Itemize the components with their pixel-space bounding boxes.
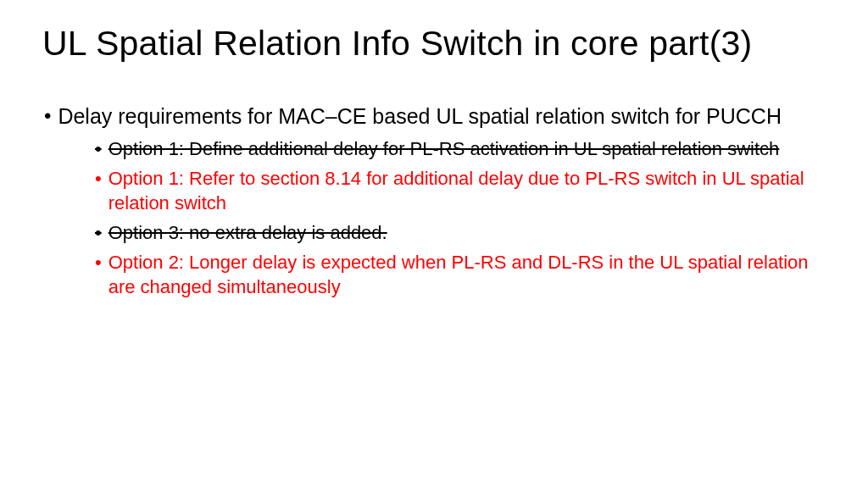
bullet-dot-icon: •	[95, 136, 102, 161]
sub-bullet-item: • Option 3: no extra delay is added.	[95, 220, 826, 245]
bullet-dot-icon: •	[95, 220, 102, 245]
sub-bullet-item: • Option 2: Longer delay is expected whe…	[95, 250, 826, 299]
sub-bullet-text: Option 2: Longer delay is expected when …	[108, 250, 826, 299]
sub-bullet-list: • Option 1: Define additional delay for …	[42, 136, 826, 299]
sub-bullet-text: Option 3: no extra delay is added.	[108, 220, 387, 245]
bullet-dot-icon: •	[44, 103, 51, 130]
sub-bullet-text: Option 1: Refer to section 8.14 for addi…	[108, 166, 826, 215]
sub-bullet-text: Option 1: Define additional delay for PL…	[108, 136, 780, 161]
slide-title: UL Spatial Relation Info Switch in core …	[42, 24, 826, 64]
sub-bullet-item: • Option 1: Refer to section 8.14 for ad…	[95, 166, 826, 215]
bullet-dot-icon: •	[95, 166, 102, 215]
main-bullet: • Delay requirements for MAC–CE based UL…	[42, 103, 826, 130]
bullet-dot-icon: •	[95, 250, 102, 299]
main-bullet-text: Delay requirements for MAC–CE based UL s…	[58, 103, 782, 130]
sub-bullet-item: • Option 1: Define additional delay for …	[95, 136, 826, 161]
